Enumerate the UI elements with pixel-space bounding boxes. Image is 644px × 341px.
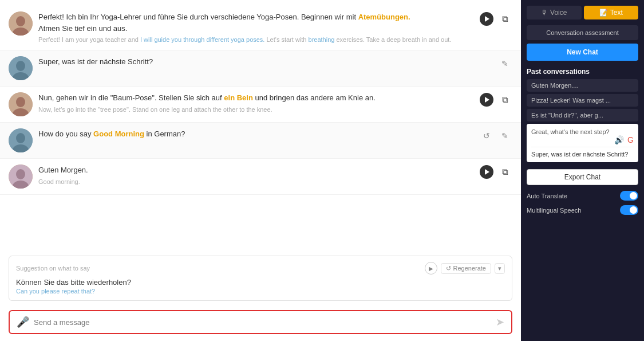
message-primary: Guten Morgen. bbox=[38, 164, 473, 176]
chat-preview-text1: Great, what's the next step? 🔊 G bbox=[531, 128, 634, 144]
message-content: How do you say Good Morning in German? bbox=[38, 128, 473, 140]
suggestion-play-button[interactable]: ▶ bbox=[425, 262, 437, 275]
message-actions: ✎ bbox=[497, 56, 512, 71]
svg-point-7 bbox=[16, 97, 25, 107]
message-content: Perfekt! Ich bin Ihr Yoga-Lehrer und füh… bbox=[38, 11, 473, 44]
auto-translate-label: Auto Translate bbox=[527, 193, 567, 199]
translate-button[interactable]: ⧉ bbox=[497, 11, 512, 26]
suggestion-header: Suggestion on what to say ▶ ↺ Regenerate… bbox=[16, 262, 505, 275]
message-actions: ⧉ bbox=[479, 11, 512, 26]
message-secondary: Now, let's go into the "tree pose". Stan… bbox=[38, 105, 473, 114]
message-actions: ↺ ✎ bbox=[479, 128, 512, 143]
play-circle-icon bbox=[480, 93, 493, 107]
multilingual-speech-row: Multilingual Speech bbox=[527, 205, 638, 215]
new-chat-button[interactable]: New Chat bbox=[527, 44, 638, 61]
voice-tab[interactable]: 🎙 Voice bbox=[527, 6, 582, 19]
message-row: Super, was ist der nächste Schritt? ✎ bbox=[0, 50, 521, 87]
conversation-assessment-button[interactable]: Conversation assessment bbox=[527, 25, 638, 40]
suggestion-label: Suggestion on what to say bbox=[16, 265, 90, 272]
chat-preview-box: Great, what's the next step? 🔊 G Super, … bbox=[527, 124, 638, 162]
play-button[interactable] bbox=[479, 164, 494, 179]
message-secondary: Good morning. bbox=[38, 178, 473, 186]
message-input[interactable] bbox=[34, 318, 496, 327]
avatar bbox=[9, 56, 33, 80]
avatar bbox=[9, 164, 33, 189]
message-content: Guten Morgen. Good morning. bbox=[38, 164, 473, 186]
input-area: 🎤 ➤ bbox=[0, 305, 521, 341]
play-button[interactable] bbox=[479, 92, 494, 107]
message-actions: ⧉ bbox=[479, 164, 512, 179]
translate-button[interactable]: ⧉ bbox=[497, 92, 512, 107]
message-primary: How do you say Good Morning in German? bbox=[38, 128, 473, 140]
past-conversation-item[interactable]: Es ist "Und dir?", aber g... bbox=[527, 109, 638, 121]
message-content: Super, was ist der nächste Schritt? bbox=[38, 56, 492, 68]
svg-point-10 bbox=[16, 133, 25, 143]
play-button[interactable] bbox=[479, 11, 494, 26]
suggestion-box: Suggestion on what to say ▶ ↺ Regenerate… bbox=[9, 256, 512, 301]
text-tab[interactable]: 📝 Text bbox=[584, 6, 639, 19]
svg-point-1 bbox=[16, 16, 25, 26]
suggestion-text-sub: Can you please repeat that? bbox=[16, 288, 505, 295]
send-button[interactable]: ➤ bbox=[496, 316, 504, 328]
message-primary: Perfekt! Ich bin Ihr Yoga-Lehrer und füh… bbox=[38, 11, 473, 34]
text-icon: 📝 bbox=[599, 9, 608, 17]
message-actions: ⧉ bbox=[479, 92, 512, 107]
svg-point-4 bbox=[16, 61, 25, 71]
message-primary: Nun, gehen wir in die "Baum-Pose". Stell… bbox=[38, 92, 473, 104]
message-row: How do you say Good Morning in German? ↺… bbox=[0, 123, 521, 159]
chat-messages: Perfekt! Ich bin Ihr Yoga-Lehrer und füh… bbox=[0, 0, 521, 251]
sidebar: 🎙 Voice 📝 Text Conversation assessment N… bbox=[521, 0, 644, 341]
play-circle-icon bbox=[480, 165, 493, 179]
sidebar-top-tabs: 🎙 Voice 📝 Text bbox=[527, 6, 638, 19]
chat-preview-icons: 🔊 G bbox=[531, 135, 634, 144]
chat-preview-text2: Super, was ist der nächste Schritt? bbox=[531, 147, 634, 158]
regenerate-button[interactable]: ↺ Regenerate bbox=[441, 263, 492, 274]
play-circle-icon bbox=[480, 12, 493, 26]
multilingual-speech-toggle[interactable] bbox=[620, 205, 638, 215]
export-chat-button[interactable]: Export Chat bbox=[527, 169, 638, 185]
chat-container: Perfekt! Ich bin Ihr Yoga-Lehrer und füh… bbox=[0, 0, 521, 341]
svg-point-13 bbox=[16, 169, 25, 179]
translate-button[interactable]: ⧉ bbox=[497, 164, 512, 179]
regenerate-icon: ↺ bbox=[446, 265, 451, 272]
voice-icon: 🎙 bbox=[541, 9, 548, 17]
refresh-button[interactable]: ↺ bbox=[479, 128, 494, 143]
message-primary: Super, was ist der nächste Schritt? bbox=[38, 56, 492, 68]
chat-preview-icon-speech: 🔊 bbox=[614, 135, 624, 144]
multilingual-speech-label: Multilingual Speech bbox=[527, 207, 581, 214]
mic-button[interactable]: 🎤 bbox=[17, 316, 29, 328]
chat-preview-icon-g: G bbox=[627, 135, 634, 144]
edit-button[interactable]: ✎ bbox=[497, 56, 512, 71]
past-conversations-label: Past conversations bbox=[527, 68, 638, 76]
suggestion-controls: ▶ ↺ Regenerate ▾ bbox=[425, 262, 505, 275]
message-row: Guten Morgen. Good morning. ⧉ bbox=[0, 159, 521, 195]
avatar bbox=[9, 92, 33, 116]
regenerate-label: Regenerate bbox=[453, 265, 487, 272]
message-content: Nun, gehen wir in die "Baum-Pose". Stell… bbox=[38, 92, 473, 114]
input-wrapper: 🎤 ➤ bbox=[9, 310, 512, 334]
edit-button[interactable]: ✎ bbox=[497, 128, 512, 143]
message-row: Nun, gehen wir in die "Baum-Pose". Stell… bbox=[0, 87, 521, 123]
auto-translate-toggle[interactable] bbox=[620, 191, 638, 201]
avatar bbox=[9, 11, 33, 36]
suggestion-text-main: Können Sie das bitte wiederholen? bbox=[16, 278, 505, 287]
past-conversation-item[interactable]: Guten Morgen.... bbox=[527, 79, 638, 92]
message-row: Perfekt! Ich bin Ihr Yoga-Lehrer und füh… bbox=[0, 6, 521, 50]
text-label: Text bbox=[610, 9, 623, 17]
avatar bbox=[9, 128, 33, 152]
voice-label: Voice bbox=[550, 9, 567, 17]
past-conversation-item[interactable]: Pizza! Lecker! Was magst ... bbox=[527, 94, 638, 107]
message-secondary: Perfect! I am your yoga teacher and I wi… bbox=[38, 36, 473, 44]
dropdown-button[interactable]: ▾ bbox=[495, 263, 505, 274]
auto-translate-row: Auto Translate bbox=[527, 191, 638, 201]
